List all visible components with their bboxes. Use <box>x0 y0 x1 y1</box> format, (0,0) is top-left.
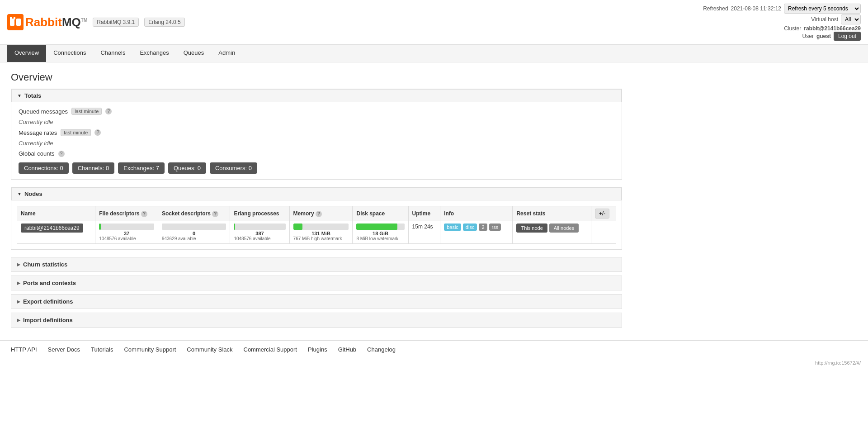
ports-contexts-header[interactable]: ▶ Ports and contexts <box>11 276 622 290</box>
channels-value: 0 <box>106 165 109 171</box>
footer-url: http://rng.io:15672/#/ <box>0 358 868 367</box>
currently-idle-1: Currently idle <box>19 119 53 125</box>
rabbitmq-version-badge: RabbitMQ 3.9.1 <box>93 18 139 27</box>
nav: Overview Connections Channels Exchanges … <box>0 45 868 62</box>
reset-stats-buttons: This node All nodes <box>516 224 587 233</box>
col-erlang-processes: Erlang processes <box>230 206 289 221</box>
vhost-label: Virtual host <box>811 16 838 23</box>
col-info: Info <box>440 206 513 221</box>
memory-bar-outer <box>293 224 349 230</box>
footer-link-community-slack[interactable]: Community Slack <box>187 346 232 353</box>
channels-label: Channels: <box>78 165 104 171</box>
socket-desc-help-icon[interactable]: ? <box>212 211 218 217</box>
info-cell: basic disc 2 rss <box>440 221 513 244</box>
memory-progress: 131 MiB 767 MiB high watermark <box>293 224 349 241</box>
import-definitions-label: Import definitions <box>23 317 73 323</box>
nav-channels[interactable]: Channels <box>93 45 132 62</box>
info-badge-basic: basic <box>444 224 461 231</box>
footer-link-github[interactable]: GitHub <box>338 346 356 353</box>
node-name-cell: rabbit@2141b66cea29 <box>17 221 95 244</box>
erlang-processes-cell: 387 1048576 available <box>230 221 289 244</box>
erlang-proc-progress: 387 1048576 available <box>234 224 285 241</box>
queues-badge: Queues: 0 <box>168 162 206 174</box>
info-badge-rss: rss <box>489 224 501 231</box>
erlang-proc-bar-outer <box>234 224 285 230</box>
reset-all-nodes-button[interactable]: All nodes <box>549 224 579 233</box>
global-counts-help-icon[interactable]: ? <box>58 151 65 157</box>
totals-section: ▼ Totals Queued messages last minute ? C… <box>11 89 622 180</box>
socket-desc-bar-outer <box>162 224 226 230</box>
nodes-arrow-icon: ▼ <box>17 191 22 196</box>
message-rates-tag: last minute <box>61 129 91 136</box>
plus-minus-button[interactable]: +/- <box>595 209 609 219</box>
logout-button[interactable]: Log out <box>834 32 861 41</box>
totals-header[interactable]: ▼ Totals <box>11 89 622 102</box>
nodes-table-header-row: Name File descriptors ? Socket descripto… <box>17 206 616 221</box>
exchanges-label: Exchanges: <box>123 165 154 171</box>
socket-desc-progress: 0 943629 available <box>162 224 226 241</box>
disk-value: 18 GiB <box>356 231 404 236</box>
col-plus-minus: +/- <box>591 206 616 221</box>
file-desc-bar-inner <box>99 224 101 230</box>
nav-connections[interactable]: Connections <box>46 45 93 62</box>
import-arrow-icon: ▶ <box>17 318 20 323</box>
footer-link-community-support[interactable]: Community Support <box>124 346 176 353</box>
svg-rect-3 <box>10 17 12 19</box>
nav-queues[interactable]: Queues <box>176 45 212 62</box>
header-right: Refreshed 2021-08-08 11:32:12 Refresh ev… <box>703 4 861 41</box>
logo-text: RabbitMQTM <box>25 15 87 29</box>
erlang-proc-available: 1048576 available <box>234 236 285 241</box>
footer-link-commercial-support[interactable]: Commercial Support <box>244 346 297 353</box>
churn-arrow-icon: ▶ <box>17 262 20 267</box>
export-definitions-header[interactable]: ▶ Export definitions <box>11 295 622 309</box>
username: guest <box>816 33 831 39</box>
footer-link-changelog[interactable]: Changelog <box>367 346 396 353</box>
file-desc-value: 37 <box>99 231 154 236</box>
consumers-label: Consumers: <box>215 165 247 171</box>
memory-value: 131 MiB <box>293 231 349 236</box>
import-definitions-header[interactable]: ▶ Import definitions <box>11 313 622 327</box>
file-desc-help-icon[interactable]: ? <box>141 211 147 217</box>
footer-link-tutorials[interactable]: Tutorials <box>91 346 113 353</box>
reset-stats-cell: This node All nodes <box>513 221 591 244</box>
queues-value: 0 <box>198 165 201 171</box>
nodes-body: Name File descriptors ? Socket descripto… <box>11 200 622 249</box>
queued-messages-row: Queued messages last minute ? <box>19 108 614 115</box>
ports-contexts-label: Ports and contexts <box>23 280 76 286</box>
refresh-select[interactable]: Refresh every 5 seconds Refresh every 10… <box>784 4 861 14</box>
churn-statistics-label: Churn statistics <box>23 261 67 268</box>
reset-this-node-button[interactable]: This node <box>516 224 547 233</box>
refreshed-time: 2021-08-08 11:32:12 <box>731 5 781 12</box>
file-desc-progress: 37 1048576 available <box>99 224 154 241</box>
connections-label: Connections: <box>24 165 58 171</box>
memory-help-icon[interactable]: ? <box>316 211 322 217</box>
col-reset-stats: Reset stats <box>513 206 591 221</box>
footer-link-http-api[interactable]: HTTP API <box>11 346 37 353</box>
nav-exchanges[interactable]: Exchanges <box>132 45 176 62</box>
user-label: User <box>802 33 814 39</box>
export-definitions-label: Export definitions <box>23 298 73 305</box>
memory-sub: 767 MiB high watermark <box>293 236 349 241</box>
churn-statistics-header[interactable]: ▶ Churn statistics <box>11 257 622 271</box>
message-rates-row: Message rates last minute ? <box>19 129 614 136</box>
vhost-select[interactable]: All <box>841 14 861 24</box>
currently-idle-row-2: Currently idle <box>19 140 614 147</box>
vhost-row: Virtual host All <box>703 14 861 24</box>
footer-link-plugins[interactable]: Plugins <box>308 346 327 353</box>
footer-link-server-docs[interactable]: Server Docs <box>48 346 80 353</box>
global-counts-row: Global counts ? <box>19 150 614 157</box>
exchanges-badge: Exchanges: 7 <box>118 162 165 174</box>
nodes-header[interactable]: ▼ Nodes <box>11 187 622 200</box>
memory-cell: 131 MiB 767 MiB high watermark <box>289 221 353 244</box>
disk-bar-outer <box>356 224 404 230</box>
disk-space-cell: 18 GiB 8 MiB low watermark <box>353 221 408 244</box>
queued-messages-help-icon[interactable]: ? <box>105 108 112 114</box>
nav-admin[interactable]: Admin <box>211 45 242 62</box>
disk-sub: 8 MiB low watermark <box>356 236 404 241</box>
nav-overview[interactable]: Overview <box>7 45 46 62</box>
message-rates-help-icon[interactable]: ? <box>94 129 101 136</box>
header: RabbitMQTM RabbitMQ 3.9.1 Erlang 24.0.5 … <box>0 0 868 45</box>
refreshed-label: Refreshed <box>703 5 728 12</box>
info-badge-disc: disc <box>463 224 477 231</box>
totals-body: Queued messages last minute ? Currently … <box>11 102 622 179</box>
